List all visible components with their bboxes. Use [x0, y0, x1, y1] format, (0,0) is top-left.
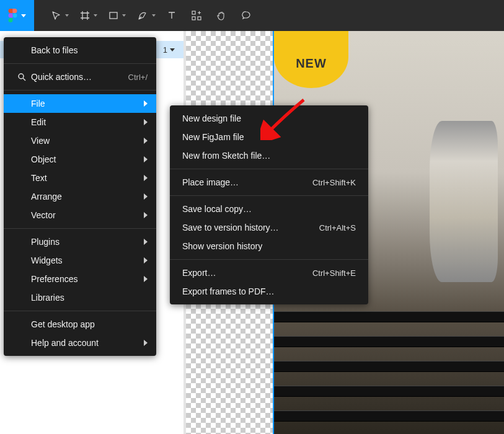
shape-tool-button[interactable] [101, 0, 130, 31]
menu-separator [4, 63, 156, 64]
chevron-right-icon [144, 212, 148, 218]
submenu-item-label: Export… [182, 268, 216, 278]
submenu-item-label: New FigJam file [182, 132, 244, 142]
file-submenu-new-design[interactable]: New design file [170, 109, 368, 128]
chevron-right-icon [144, 138, 148, 144]
resources-tool-button[interactable] [184, 0, 209, 31]
submenu-item-label: Show version history [182, 241, 262, 251]
submenu-item-label: Save to version history… [182, 223, 279, 232]
menu-item-label: Plugins [31, 237, 60, 247]
hand-icon [216, 11, 226, 20]
canvas-image-grate [274, 386, 504, 397]
pen-tool-button[interactable] [130, 0, 159, 31]
menu-item-label: View [31, 136, 50, 146]
menu-separator [170, 195, 368, 196]
main-menu-preferences[interactable]: Preferences [4, 270, 156, 288]
menu-item-label: Libraries [31, 293, 64, 303]
chevron-right-icon [144, 276, 148, 282]
chevron-right-icon [144, 100, 148, 107]
resources-icon [192, 11, 201, 20]
chevron-down-icon [152, 14, 156, 17]
menu-item-label: Get desktop app [31, 319, 95, 329]
svg-rect-2 [192, 11, 195, 14]
menu-item-label: Arrange [31, 192, 62, 202]
menu-item-shortcut: Ctrl+/ [128, 73, 148, 82]
file-submenu-show-version[interactable]: Show version history [170, 237, 368, 255]
text-tool-button[interactable] [159, 0, 184, 31]
submenu-item-label: Place image… [182, 177, 239, 187]
file-submenu-save-local[interactable]: Save local copy… [170, 200, 368, 218]
chevron-right-icon [144, 156, 148, 162]
chevron-down-icon [94, 14, 97, 17]
svg-rect-4 [198, 17, 201, 20]
chevron-right-icon [144, 175, 148, 181]
file-submenu-new-from-sketch[interactable]: New from Sketch file… [170, 146, 368, 165]
submenu-item-label: New design file [182, 113, 241, 123]
chevron-right-icon [144, 257, 148, 264]
search-icon [12, 73, 31, 81]
toolbar-left [0, 0, 259, 31]
menu-item-label: Vector [31, 210, 56, 220]
menu-separator [4, 311, 156, 311]
layers-row-label: 1 [163, 45, 167, 55]
chevron-right-icon [144, 340, 148, 346]
chevron-down-icon [170, 48, 175, 51]
main-menu-text[interactable]: Text [4, 169, 156, 187]
main-menu-file[interactable]: File [4, 94, 156, 113]
menu-separator [4, 228, 156, 229]
menu-item-label: Object [31, 154, 56, 164]
main-menu-widgets[interactable]: Widgets [4, 251, 156, 270]
comment-tool-button[interactable] [234, 0, 259, 31]
main-menu-arrange[interactable]: Arrange [4, 187, 156, 206]
pen-icon [137, 10, 148, 21]
svg-rect-1 [110, 12, 117, 19]
menu-item-label: Help and account [31, 338, 99, 348]
main-menu: Back to files Quick actions… Ctrl+/ File… [4, 37, 156, 356]
main-menu-libraries[interactable]: Libraries [4, 288, 156, 307]
main-menu-get-desktop-app[interactable]: Get desktop app [4, 315, 156, 334]
menu-separator [4, 90, 156, 91]
frame-icon [80, 11, 90, 20]
chevron-right-icon [144, 119, 148, 125]
figma-menu-button[interactable] [0, 0, 34, 31]
canvas-image-kettle [430, 121, 498, 282]
main-menu-edit[interactable]: Edit [4, 113, 156, 131]
hand-tool-button[interactable] [209, 0, 234, 31]
menu-separator [170, 259, 368, 260]
main-menu-plugins[interactable]: Plugins [4, 232, 156, 251]
menu-item-label: Preferences [31, 274, 77, 284]
submenu-item-shortcut: Ctrl+Alt+S [319, 223, 356, 232]
submenu-item-shortcut: Ctrl+Shift+E [312, 268, 356, 278]
main-menu-object[interactable]: Object [4, 150, 156, 169]
main-menu-back-to-files[interactable]: Back to files [4, 41, 156, 60]
chevron-down-icon [122, 14, 126, 17]
main-menu-quick-actions[interactable]: Quick actions… Ctrl+/ [4, 68, 156, 86]
frame-tool-button[interactable] [73, 0, 101, 31]
file-submenu-export[interactable]: Export… Ctrl+Shift+E [170, 264, 368, 282]
app-toolbar [0, 0, 504, 31]
chevron-right-icon [144, 193, 148, 200]
main-menu-vector[interactable]: Vector [4, 206, 156, 224]
comment-icon [241, 11, 251, 20]
rectangle-icon [108, 11, 118, 20]
menu-item-label: Edit [31, 117, 46, 127]
file-submenu-new-figjam[interactable]: New FigJam file [170, 128, 368, 146]
main-menu-view[interactable]: View [4, 131, 156, 150]
figma-logo-icon [8, 9, 17, 22]
text-icon [167, 11, 177, 20]
file-submenu-place-image[interactable]: Place image… Ctrl+Shift+K [170, 173, 368, 192]
menu-item-label: Widgets [31, 255, 63, 265]
submenu-item-shortcut: Ctrl+Shift+K [312, 178, 356, 187]
submenu-item-label: New from Sketch file… [182, 151, 270, 161]
move-icon [51, 11, 61, 20]
canvas-image-grate [274, 311, 504, 322]
move-tool-button[interactable] [44, 0, 73, 31]
menu-item-label: Back to files [31, 45, 77, 55]
file-submenu-export-pdf[interactable]: Export frames to PDF… [170, 282, 368, 301]
svg-point-0 [13, 14, 17, 18]
main-menu-help[interactable]: Help and account [4, 334, 156, 352]
canvas-image-grate [274, 410, 504, 422]
file-submenu-save-version[interactable]: Save to version history… Ctrl+Alt+S [170, 218, 368, 237]
menu-item-label: File [31, 99, 45, 108]
chevron-right-icon [144, 239, 148, 245]
